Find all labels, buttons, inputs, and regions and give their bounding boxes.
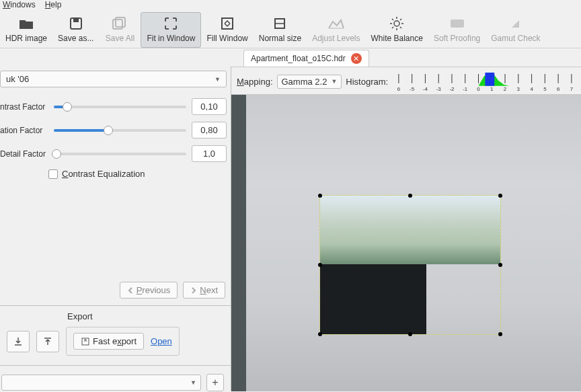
- close-tab-button[interactable]: ✕: [351, 53, 362, 64]
- saturation-label: ation Factor: [0, 126, 48, 135]
- white-balance-button[interactable]: White Balance: [366, 12, 428, 48]
- folder-icon: [19, 15, 34, 32]
- main-toolbar: HDR image Save as... Save All Fit in Win…: [0, 9, 581, 48]
- normal-size-icon: [273, 15, 286, 32]
- contrast-label: ntrast Factor: [0, 102, 48, 112]
- normal-size-button[interactable]: Normal size: [254, 12, 307, 48]
- svg-line-13: [392, 19, 393, 20]
- soft-proofing-button: Soft Proofing: [428, 12, 486, 48]
- svg-text:5: 5: [543, 86, 547, 91]
- fit-in-window-button[interactable]: Fit in Window: [141, 12, 201, 48]
- adjust-levels-button: Adjust Levels: [307, 12, 365, 48]
- chevron-left-icon: [127, 287, 134, 294]
- svg-text:4: 4: [531, 86, 534, 91]
- sun-icon: [389, 15, 404, 32]
- svg-text:2: 2: [504, 86, 506, 91]
- svg-rect-1: [73, 18, 79, 22]
- left-panel: uk '06 ▼ ntrast Factor 0,10 ation Factor…: [0, 67, 231, 391]
- svg-rect-33: [486, 73, 495, 86]
- checkbox-icon: [48, 169, 58, 179]
- fast-export-button[interactable]: Fast export: [73, 333, 144, 350]
- add-button[interactable]: +: [206, 374, 224, 391]
- svg-line-15: [400, 19, 401, 20]
- contrast-value[interactable]: 0,10: [192, 98, 227, 115]
- svg-rect-17: [451, 19, 464, 28]
- tab-bar: Apartment_float_o15C.hdr ✕: [0, 48, 581, 67]
- save-all-button: Save All: [99, 12, 141, 48]
- fill-window-button[interactable]: Fill Window: [201, 12, 253, 48]
- save-as-button[interactable]: Save as...: [52, 12, 99, 48]
- menu-help[interactable]: Help: [45, 0, 62, 9]
- tab-label: Apartment_float_o15C.hdr: [251, 54, 346, 63]
- contrast-eq-checkbox[interactable]: Contrast Equalization: [48, 169, 145, 179]
- svg-text:6: 6: [397, 86, 401, 91]
- svg-text:-1: -1: [463, 86, 467, 91]
- image-canvas[interactable]: [231, 95, 581, 391]
- next-button[interactable]: Next: [183, 282, 225, 299]
- detail-slider[interactable]: [54, 149, 186, 159]
- detail-value[interactable]: 1,0: [192, 145, 227, 162]
- fit-icon: [164, 15, 178, 32]
- svg-text:6: 6: [557, 86, 560, 91]
- hdr-image-button[interactable]: HDR image: [0, 12, 52, 48]
- svg-text:-2: -2: [450, 86, 455, 91]
- contrast-slider[interactable]: [54, 102, 186, 112]
- mapping-label: Mapping:: [237, 77, 273, 87]
- export-header: Export: [67, 311, 224, 321]
- proof-icon: [449, 15, 465, 32]
- bottom-combo[interactable]: ▼: [1, 375, 201, 391]
- detail-label: Detail Factor: [0, 149, 48, 159]
- document-tab[interactable]: Apartment_float_o15C.hdr ✕: [243, 50, 369, 67]
- menu-windows[interactable]: Windows: [3, 0, 36, 9]
- viewer-toolbar: Mapping: Gamma 2.2▼ Histogram: 6-5-4-3-2…: [231, 67, 581, 95]
- download-icon: [13, 336, 24, 347]
- svg-text:0: 0: [477, 86, 481, 91]
- histogram-label: Histogram:: [346, 77, 388, 87]
- preset-combo[interactable]: uk '06 ▼: [0, 71, 227, 87]
- gamut-icon: [510, 15, 522, 32]
- svg-point-8: [394, 21, 399, 26]
- save-all-icon: [112, 15, 127, 32]
- open-link[interactable]: Open: [151, 336, 172, 346]
- svg-text:3: 3: [517, 86, 520, 91]
- fill-icon: [221, 15, 234, 32]
- svg-text:1: 1: [490, 86, 493, 91]
- svg-rect-4: [222, 18, 233, 29]
- histogram: 6-5-4-3-2-101234567: [392, 71, 578, 91]
- save-icon: [69, 15, 83, 32]
- svg-text:-5: -5: [410, 86, 415, 91]
- export-upload-button[interactable]: [36, 331, 59, 352]
- chevron-right-icon: [190, 287, 197, 294]
- menubar: Windows Help: [0, 0, 581, 9]
- export-panel: Export Fast export Open: [0, 306, 231, 366]
- svg-line-14: [400, 27, 401, 28]
- chevron-down-icon: ▼: [215, 76, 221, 83]
- chevron-down-icon: ▼: [190, 379, 196, 386]
- selection-region[interactable]: [320, 196, 500, 334]
- upload-icon: [42, 336, 53, 347]
- preset-value: uk '06: [6, 74, 29, 84]
- mapping-combo[interactable]: Gamma 2.2▼: [277, 75, 342, 89]
- chevron-down-icon: ▼: [331, 78, 337, 85]
- svg-text:-4: -4: [423, 86, 428, 91]
- previous-button[interactable]: Previous: [120, 282, 178, 299]
- svg-text:-3: -3: [436, 86, 442, 91]
- export-download-button[interactable]: [7, 331, 30, 352]
- export-icon: [81, 337, 90, 346]
- saturation-value[interactable]: 0,80: [192, 122, 227, 139]
- saturation-slider[interactable]: [54, 126, 186, 135]
- levels-icon: [327, 15, 345, 32]
- svg-line-16: [392, 27, 393, 28]
- svg-text:7: 7: [570, 86, 573, 91]
- gamut-check-button: Gamut Check: [486, 12, 545, 48]
